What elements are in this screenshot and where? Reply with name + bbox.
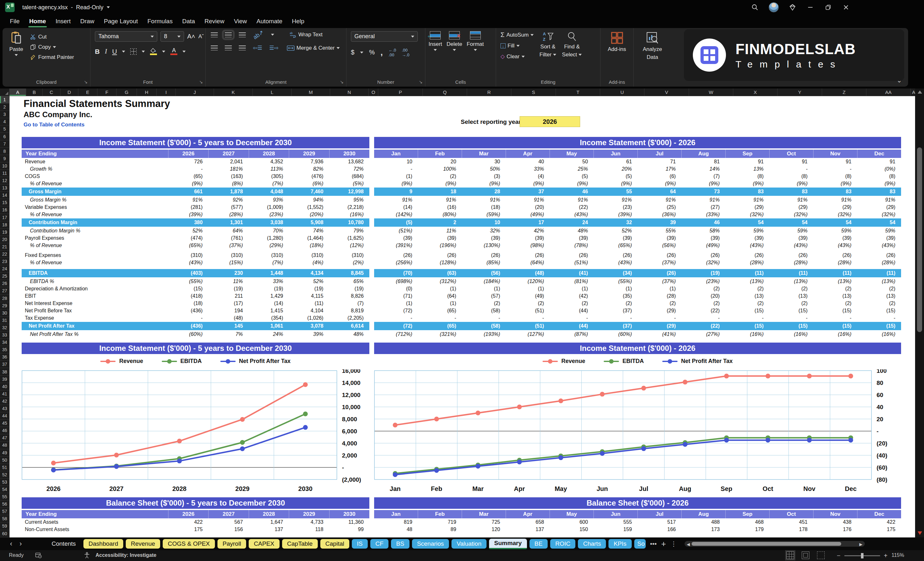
row-header[interactable]: 7 [0, 140, 9, 148]
orientation-button[interactable]: ab↗ [252, 28, 265, 41]
row-header[interactable]: 56 [0, 501, 9, 508]
cell[interactable]: (22) [681, 323, 725, 329]
zoom-slider-thumb[interactable] [861, 553, 864, 558]
cell[interactable]: (59%) [462, 212, 506, 218]
bold-button[interactable]: B [95, 48, 100, 56]
cell[interactable]: - [769, 166, 813, 172]
chevron-down-icon[interactable] [106, 6, 110, 8]
sheet-tab-so[interactable]: So [634, 539, 646, 549]
column-header[interactable]: U [600, 88, 645, 96]
cell[interactable]: (15) [857, 308, 901, 314]
cell[interactable]: (87%) [550, 332, 594, 337]
cell[interactable]: (310) [249, 252, 289, 258]
cell[interactable]: - [638, 315, 682, 321]
cell[interactable]: 438 [813, 519, 857, 525]
cell[interactable]: (15) [725, 308, 769, 314]
cell[interactable]: 175 [168, 526, 208, 532]
cell[interactable]: (163) [208, 174, 248, 179]
row-header[interactable]: 9 [0, 155, 9, 162]
cell[interactable]: (142%) [374, 212, 418, 218]
column-header[interactable]: I [157, 88, 176, 96]
cell[interactable]: (2) [857, 286, 901, 292]
cell[interactable]: (15) [725, 323, 769, 329]
cell[interactable]: (20) [681, 293, 725, 299]
horizontal-scrollbar[interactable]: ◀ ▶ [684, 541, 865, 547]
cell[interactable]: (70) [374, 270, 418, 276]
cell[interactable]: (2) [418, 174, 462, 179]
cell[interactable]: (56%) [638, 243, 682, 248]
row-header[interactable]: 5 [0, 126, 9, 133]
cell[interactable]: 48% [329, 332, 369, 337]
cell[interactable]: (8%) [208, 181, 248, 187]
cell[interactable]: (44) [550, 323, 594, 329]
row-header[interactable]: 58 [0, 515, 9, 522]
cell[interactable]: (39) [725, 235, 769, 241]
cell[interactable]: (2,218) [329, 204, 369, 210]
row-header[interactable]: 19 [0, 229, 9, 236]
cell[interactable]: 2 [418, 220, 462, 225]
cell[interactable]: (4) [506, 174, 550, 179]
cell[interactable]: (64) [418, 293, 462, 299]
cell[interactable]: (193%) [462, 332, 506, 337]
cell[interactable]: (12%) [329, 243, 369, 248]
cell[interactable]: (16) [418, 204, 462, 210]
cell[interactable]: 92% [208, 197, 248, 203]
cell[interactable]: 91% [594, 197, 638, 203]
row-header[interactable]: 30 [0, 309, 9, 317]
cell[interactable]: 91% [168, 197, 208, 203]
cell[interactable]: 145 [208, 323, 248, 329]
cell[interactable]: 55 [594, 189, 638, 195]
scroll-up-arrow[interactable] [918, 90, 922, 94]
menu-tab-insert[interactable]: Insert [51, 16, 75, 27]
cell[interactable]: 819 [374, 519, 418, 525]
cell[interactable]: (26) [418, 252, 462, 258]
cell[interactable]: (63) [418, 270, 462, 276]
cell[interactable]: 58% [681, 228, 725, 234]
cell[interactable]: (22) [550, 204, 594, 210]
column-header[interactable]: O [369, 88, 378, 96]
cell[interactable]: (39) [594, 235, 638, 241]
row-header[interactable]: 34 [0, 339, 9, 346]
cell[interactable]: (48) [208, 315, 248, 321]
cell[interactable]: 4,733 [289, 519, 329, 525]
cell[interactable]: 12,998 [329, 189, 369, 195]
cell[interactable]: - [462, 315, 506, 321]
font-size-select[interactable]: 8 [160, 31, 184, 42]
cell[interactable]: (39) [550, 235, 594, 241]
cell[interactable]: 4,352 [249, 159, 289, 165]
cell[interactable]: (16%) [857, 332, 901, 337]
cell[interactable]: 52% [168, 228, 208, 234]
row-header[interactable]: 4 [0, 118, 9, 126]
column-header[interactable]: T [556, 88, 600, 96]
cell[interactable]: 91% [813, 197, 857, 203]
row-header[interactable]: 12 [0, 177, 9, 184]
row-header[interactable]: 29 [0, 302, 9, 309]
cell[interactable]: (15) [168, 286, 208, 292]
menu-tab-view[interactable]: View [229, 16, 252, 27]
row-header[interactable]: 21 [0, 243, 9, 250]
row-header[interactable]: 1 [0, 96, 9, 104]
cell[interactable]: (2) [594, 300, 638, 306]
row-header[interactable]: 41 [0, 390, 9, 398]
cell[interactable]: 380 [168, 220, 208, 225]
zoom-level[interactable]: 115% [891, 552, 904, 558]
cell[interactable]: (9%) [168, 181, 208, 187]
menu-tab-file[interactable]: File [5, 16, 24, 27]
scroll-down-arrow[interactable] [918, 531, 922, 535]
font-name-select[interactable]: Tahoma [95, 31, 157, 42]
column-header[interactable]: H [137, 88, 157, 96]
cell[interactable]: (11) [725, 270, 769, 276]
sheet-tab-be[interactable]: BE [530, 539, 548, 549]
cell[interactable]: (474) [168, 235, 208, 241]
scroll-left-arrow[interactable]: ◀ [687, 542, 690, 547]
cell[interactable]: 13,682 [329, 159, 369, 165]
cell[interactable]: (39) [769, 235, 813, 241]
cell[interactable]: (15) [813, 323, 857, 329]
cell[interactable]: (65) [418, 308, 462, 314]
cell[interactable]: 2,041 [208, 159, 248, 165]
align-left-button[interactable] [211, 45, 218, 50]
cell[interactable]: 91 [769, 159, 813, 165]
document-title[interactable]: talent-agency.xlsx - Read-Only [22, 4, 110, 11]
column-header[interactable]: Z [822, 88, 866, 96]
cell[interactable]: 59% [769, 228, 813, 234]
